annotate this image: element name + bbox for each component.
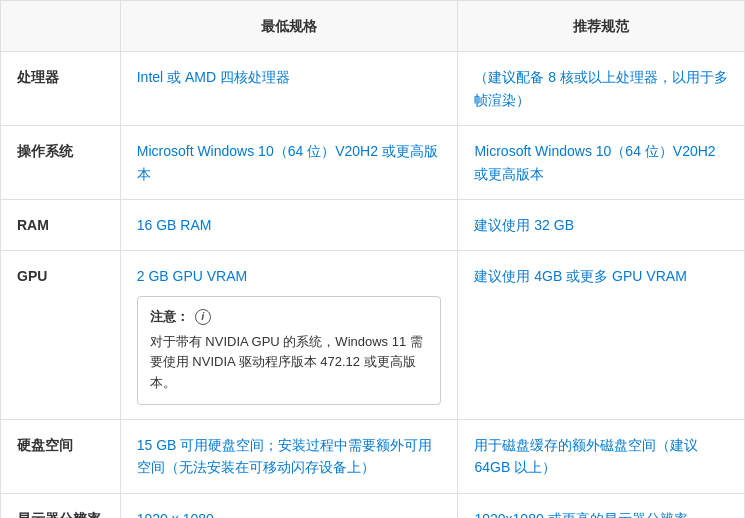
table-row: 硬盘空间15 GB 可用硬盘空间；安装过程中需要额外可用空间（无法安装在可移动闪… — [1, 419, 745, 493]
header-rec-col: 推荐规范 — [458, 1, 745, 52]
table-row: 显示器分辨率1920 x 10801920x1080 或更高的显示器分辨率 — [1, 493, 745, 518]
row-rec-5: 1920x1080 或更高的显示器分辨率 — [458, 493, 745, 518]
table-row: 操作系统Microsoft Windows 10（64 位）V20H2 或更高版… — [1, 126, 745, 200]
gpu-vram-text: 2 GB GPU VRAM — [137, 265, 442, 287]
row-min-5: 1920 x 1080 — [120, 493, 458, 518]
row-min-3: 2 GB GPU VRAM注意：i对于带有 NVIDIA GPU 的系统，Win… — [120, 251, 458, 420]
gpu-note-body: 对于带有 NVIDIA GPU 的系统，Windows 11 需要使用 NVID… — [150, 332, 429, 394]
gpu-note-box: 注意：i对于带有 NVIDIA GPU 的系统，Windows 11 需要使用 … — [137, 296, 442, 405]
table-row: RAM16 GB RAM建议使用 32 GB — [1, 199, 745, 250]
row-rec-1: Microsoft Windows 10（64 位）V20H2 或更高版本 — [458, 126, 745, 200]
header-min-col: 最低规格 — [120, 1, 458, 52]
row-label-1: 操作系统 — [1, 126, 121, 200]
row-label-0: 处理器 — [1, 52, 121, 126]
row-min-2: 16 GB RAM — [120, 199, 458, 250]
row-min-1: Microsoft Windows 10（64 位）V20H2 或更高版本 — [120, 126, 458, 200]
row-label-5: 显示器分辨率 — [1, 493, 121, 518]
row-label-4: 硬盘空间 — [1, 419, 121, 493]
row-rec-0: （建议配备 8 核或以上处理器，以用于多帧渲染） — [458, 52, 745, 126]
table-row: GPU2 GB GPU VRAM注意：i对于带有 NVIDIA GPU 的系统，… — [1, 251, 745, 420]
spec-table: 最低规格 推荐规范 处理器Intel 或 AMD 四核处理器（建议配备 8 核或… — [0, 0, 745, 518]
row-min-0: Intel 或 AMD 四核处理器 — [120, 52, 458, 126]
row-label-2: RAM — [1, 199, 121, 250]
header-label-col — [1, 1, 121, 52]
row-rec-3: 建议使用 4GB 或更多 GPU VRAM — [458, 251, 745, 420]
table-row: 处理器Intel 或 AMD 四核处理器（建议配备 8 核或以上处理器，以用于多… — [1, 52, 745, 126]
row-rec-2: 建议使用 32 GB — [458, 199, 745, 250]
row-rec-4: 用于磁盘缓存的额外磁盘空间（建议 64GB 以上） — [458, 419, 745, 493]
info-icon: i — [195, 309, 211, 325]
gpu-note-title: 注意：i — [150, 307, 429, 328]
row-min-4: 15 GB 可用硬盘空间；安装过程中需要额外可用空间（无法安装在可移动闪存设备上… — [120, 419, 458, 493]
row-label-3: GPU — [1, 251, 121, 420]
